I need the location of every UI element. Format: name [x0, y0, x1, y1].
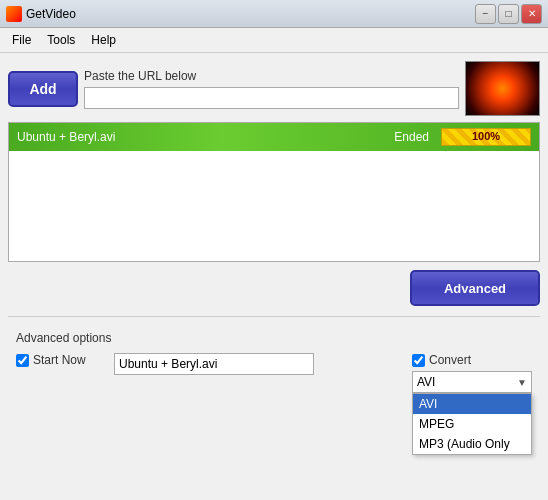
app-icon [6, 6, 22, 22]
menu-help[interactable]: Help [83, 30, 124, 50]
separator [8, 316, 540, 317]
menu-file[interactable]: File [4, 30, 39, 50]
dropdown-option-mp3[interactable]: MP3 (Audio Only [413, 434, 531, 454]
convert-label[interactable]: Convert [412, 353, 532, 367]
progress-bar-text: 100% [442, 130, 530, 142]
url-section: Paste the URL below [84, 69, 459, 109]
format-dropdown[interactable]: AVI ▼ [412, 371, 532, 393]
url-input[interactable] [84, 87, 459, 109]
start-now-label[interactable]: Start Now [16, 353, 106, 367]
progress-bar: 100% [441, 128, 531, 146]
start-now-text: Start Now [33, 353, 86, 367]
thumbnail [465, 61, 540, 116]
advanced-button[interactable]: Advanced [410, 270, 540, 306]
filename-input[interactable] [114, 353, 314, 375]
titlebar-left: GetVideo [6, 6, 76, 22]
dropdown-option-mpeg[interactable]: MPEG [413, 414, 531, 434]
close-button[interactable]: ✕ [521, 4, 542, 24]
top-row: Add Paste the URL below [8, 61, 540, 116]
download-list: Ubuntu + Beryl.avi Ended 100% [8, 122, 540, 262]
main-content: Add Paste the URL below Ubuntu + Beryl.a… [0, 53, 548, 409]
convert-text: Convert [429, 353, 471, 367]
app-title: GetVideo [26, 7, 76, 21]
options-row: Start Now Convert AVI ▼ AVI MPEG MP3 ( [16, 353, 532, 393]
menu-tools[interactable]: Tools [39, 30, 83, 50]
dropdown-option-avi[interactable]: AVI [413, 394, 531, 414]
start-now-checkbox[interactable] [16, 354, 29, 367]
format-dropdown-wrap: AVI ▼ AVI MPEG MP3 (Audio Only [412, 371, 532, 393]
titlebar: GetVideo − □ ✕ [0, 0, 548, 28]
maximize-button[interactable]: □ [498, 4, 519, 24]
table-row[interactable]: Ubuntu + Beryl.avi Ended 100% [9, 123, 539, 151]
url-hint-label: Paste the URL below [84, 69, 459, 83]
chevron-down-icon: ▼ [517, 377, 527, 388]
advanced-section: Advanced options Start Now Convert AVI ▼ [8, 323, 540, 401]
format-dropdown-list: AVI MPEG MP3 (Audio Only [412, 393, 532, 455]
titlebar-controls: − □ ✕ [475, 4, 542, 24]
convert-section: Convert AVI ▼ AVI MPEG MP3 (Audio Only [412, 353, 532, 393]
download-item-name: Ubuntu + Beryl.avi [17, 130, 394, 144]
minimize-button[interactable]: − [475, 4, 496, 24]
format-selected-value: AVI [417, 375, 435, 389]
add-button[interactable]: Add [8, 71, 78, 107]
advanced-row: Advanced [8, 270, 540, 306]
download-item-status: Ended [394, 130, 429, 144]
convert-checkbox[interactable] [412, 354, 425, 367]
menubar: File Tools Help [0, 28, 548, 53]
thumbnail-image [466, 62, 539, 115]
advanced-options-title: Advanced options [16, 331, 532, 345]
